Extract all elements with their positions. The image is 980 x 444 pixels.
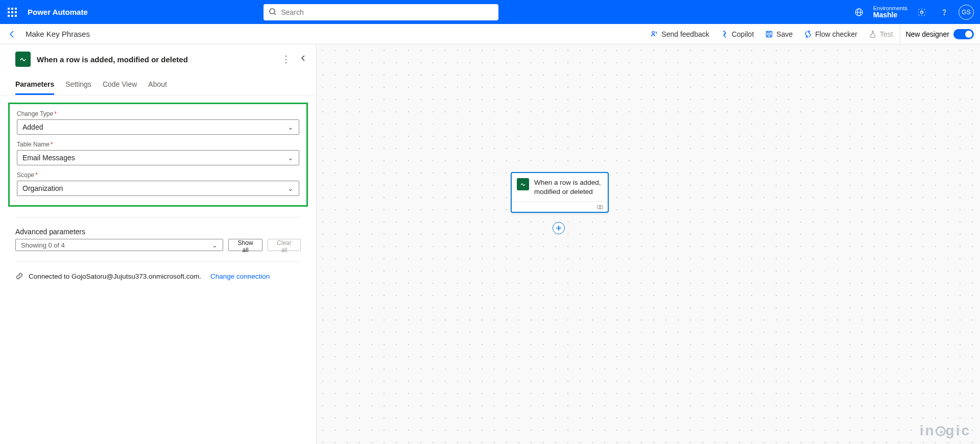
dataverse-icon [15,52,31,67]
tab-parameters[interactable]: Parameters [15,80,54,95]
test-button[interactable]: Test [865,28,897,40]
scope-label: Scope* [17,171,299,179]
watermark: ingic [920,423,971,439]
flow-checker-label: Flow checker [815,30,857,38]
change-type-select[interactable]: Added ⌄ [17,119,299,135]
toolbar-right: Send feedback Copilot Save Flow checker … [646,24,974,44]
show-all-button[interactable]: Show all [228,239,262,251]
tab-code-view[interactable]: Code View [103,80,137,95]
plus-icon [556,225,562,231]
app-title: Power Automate [28,8,88,16]
tab-settings[interactable]: Settings [65,80,91,95]
flow-name: Make Key Phrases [26,30,90,38]
scope-select[interactable]: Organization ⌄ [17,181,299,196]
svg-point-9 [806,36,808,37]
divider [15,261,301,262]
environment-text[interactable]: Environments Mashle [873,5,907,19]
collapse-panel-button[interactable] [300,55,307,64]
node-title: When a row is added, modified or deleted [534,178,603,196]
panel-header: When a row is added, modified or deleted… [0,52,316,70]
table-name-select[interactable]: Email Messages ⌄ [17,150,299,165]
save-label: Save [776,30,793,38]
tab-about[interactable]: About [148,80,167,95]
flask-icon [869,30,877,38]
environment-label: Environments [873,5,907,11]
copilot-label: Copilot [732,30,754,38]
header-right: Environments Mashle GS [851,4,980,20]
node-footer [512,202,608,212]
divider [15,217,301,217]
link-icon [15,272,23,280]
more-actions-button[interactable]: ⋮ [281,55,291,64]
globe-icon [854,8,864,17]
change-type-value: Added [22,123,43,131]
svg-point-5 [920,11,923,13]
svg-point-7 [652,31,655,34]
svg-point-0 [270,9,275,14]
flow-checker-icon [804,30,812,38]
table-name-label: Table Name* [17,141,299,148]
chevron-down-icon: ⌄ [288,123,294,131]
search-input[interactable] [264,4,498,20]
search-icon [269,8,277,16]
connection-row: Connected to GojoSatoru@Jujutsu373.onmic… [0,272,316,280]
svg-rect-8 [767,31,772,37]
environment-name: Mashle [873,11,907,19]
connected-to-text: Connected to GojoSatoru@Jujutsu373.onmic… [29,273,201,280]
help-button[interactable] [936,4,952,20]
chevron-down-icon: ⌄ [288,184,294,192]
search-container [264,4,498,20]
sub-header: Make Key Phrases Send feedback Copilot S… [0,24,980,44]
chevron-left-icon [300,55,307,62]
copilot-button[interactable]: Copilot [716,28,758,40]
clear-all-button: Clear all [268,239,301,251]
advanced-parameters-select[interactable]: Showing 0 of 4 ⌄ [15,239,223,251]
advanced-showing-text: Showing 0 of 4 [21,241,65,249]
node-body: When a row is added, modified or deleted [512,173,608,202]
svg-point-6 [944,14,944,14]
top-header: Power Automate Environments Mashle GS [0,0,980,24]
field-change-type: Change Type* Added ⌄ [17,110,299,135]
send-feedback-button[interactable]: Send feedback [646,28,713,40]
parameters-highlight-box: Change Type* Added ⌄ Table Name* Email M… [8,103,308,207]
settings-button[interactable] [914,4,930,20]
add-action-button[interactable] [553,222,565,234]
feedback-icon [650,30,658,38]
chevron-down-icon: ⌄ [212,241,218,249]
waffle-icon [8,8,17,17]
new-designer-toggle-group: New designer [900,24,974,44]
back-button[interactable] [6,30,18,39]
copilot-icon [721,30,729,38]
chevron-down-icon: ⌄ [288,154,294,162]
flow-checker-button[interactable]: Flow checker [800,28,861,40]
table-name-value: Email Messages [22,154,75,162]
main-area: When a row is added, modified or deleted… [0,44,980,444]
flow-canvas[interactable]: When a row is added, modified or deleted… [317,44,980,444]
scope-value: Organization [22,184,63,192]
save-icon [765,30,773,38]
connection-indicator-icon [596,205,604,210]
new-designer-toggle[interactable] [953,29,974,39]
properties-panel: When a row is added, modified or deleted… [0,44,317,444]
field-scope: Scope* Organization ⌄ [17,171,299,196]
svg-point-10 [808,31,810,32]
test-label: Test [880,30,893,38]
environment-picker[interactable] [851,4,867,20]
advanced-parameters-label: Advanced parameters [0,228,316,239]
save-button[interactable]: Save [761,28,797,40]
new-designer-label: New designer [905,30,949,38]
change-type-label: Change Type* [17,110,299,117]
trigger-title: When a row is added, modified or deleted [37,55,188,64]
gear-icon [917,8,926,17]
app-launcher-button[interactable] [0,8,25,17]
send-feedback-label: Send feedback [661,30,709,38]
panel-tabs: Parameters Settings Code View About [0,70,316,95]
trigger-node[interactable]: When a row is added, modified or deleted [511,172,609,213]
panel-header-actions: ⋮ [281,55,307,64]
svg-line-1 [274,13,276,15]
user-avatar[interactable]: GS [959,5,974,20]
change-connection-link[interactable]: Change connection [210,273,270,280]
dataverse-icon [517,178,529,190]
field-table-name: Table Name* Email Messages ⌄ [17,141,299,165]
help-icon [940,8,949,17]
